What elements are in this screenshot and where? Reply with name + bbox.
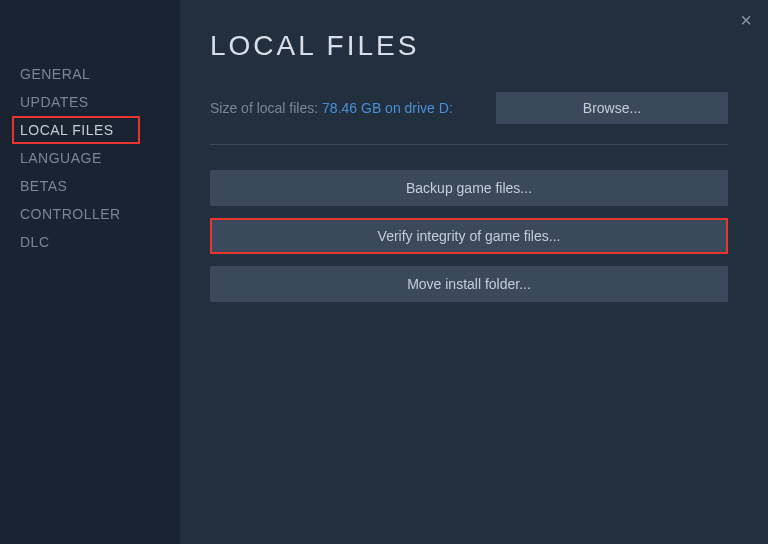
sidebar-item-language[interactable]: LANGUAGE [20,144,180,172]
sidebar-item-dlc[interactable]: DLC [20,228,180,256]
sidebar-item-updates[interactable]: UPDATES [20,88,180,116]
main-panel: LOCAL FILES Size of local files: 78.46 G… [180,0,768,544]
sidebar-item-controller[interactable]: CONTROLLER [20,200,180,228]
size-info-row: Size of local files: 78.46 GB on drive D… [210,92,728,124]
sidebar-item-general[interactable]: GENERAL [20,60,180,88]
backup-button[interactable]: Backup game files... [210,170,728,206]
sidebar-item-local-files[interactable]: LOCAL FILES [12,116,140,144]
size-label: Size of local files: [210,100,322,116]
divider [210,144,728,145]
close-icon[interactable]: × [740,10,752,30]
sidebar-item-betas[interactable]: BETAS [20,172,180,200]
browse-button[interactable]: Browse... [496,92,728,124]
sidebar: GENERAL UPDATES LOCAL FILES LANGUAGE BET… [0,0,180,544]
page-title: LOCAL FILES [210,30,728,62]
verify-button[interactable]: Verify integrity of game files... [210,218,728,254]
size-value: 78.46 GB on drive D: [322,100,453,116]
move-button[interactable]: Move install folder... [210,266,728,302]
